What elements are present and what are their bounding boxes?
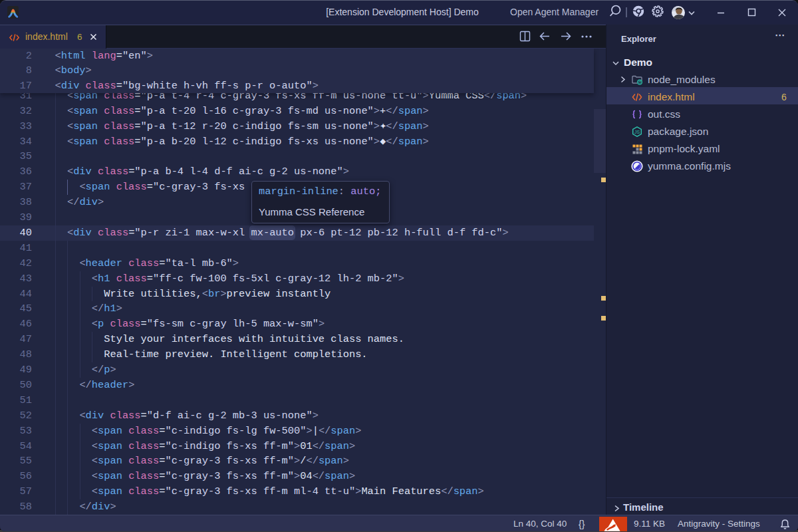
svg-text:@: @ (638, 80, 642, 84)
svg-text:JS: JS (634, 129, 640, 134)
